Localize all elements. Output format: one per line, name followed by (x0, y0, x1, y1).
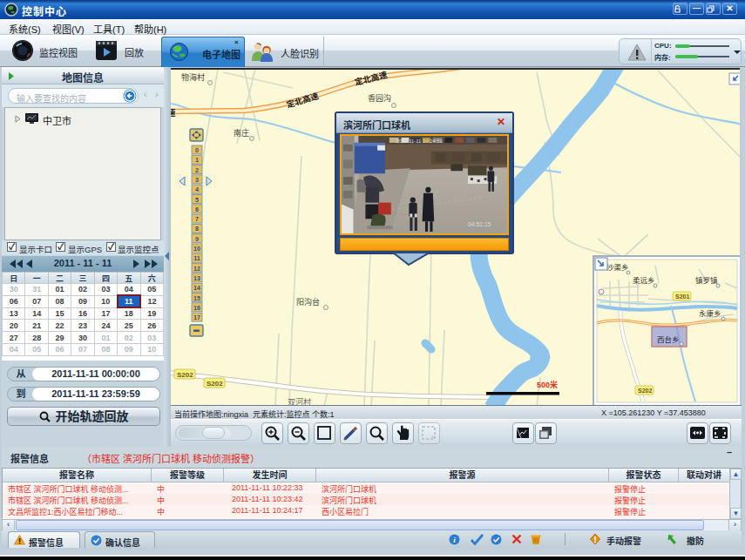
svg-text:西台乡: 西台乡 (657, 335, 680, 344)
svg-text:物海村: 物海村 (181, 72, 205, 82)
svg-text:16: 16 (193, 305, 200, 311)
svg-text:500米: 500米 (537, 380, 558, 389)
svg-text:11: 11 (193, 255, 200, 261)
svg-text:9: 9 (195, 236, 199, 242)
svg-text:17: 17 (193, 314, 200, 320)
svg-text:柔远乡: 柔远乡 (633, 276, 655, 285)
svg-text:S202: S202 (177, 371, 193, 379)
svg-text:镇罗镇: 镇罗镇 (695, 276, 718, 285)
svg-text:10: 10 (193, 246, 200, 252)
svg-text:12: 12 (193, 266, 200, 272)
svg-text:13: 13 (193, 275, 200, 281)
svg-text:3: 3 (195, 177, 199, 183)
svg-text:南庄: 南庄 (234, 128, 249, 138)
svg-text:阳沟台: 阳沟台 (296, 297, 320, 307)
svg-text:15: 15 (193, 295, 200, 301)
svg-text:沙渠乡: 沙渠乡 (606, 263, 629, 272)
svg-text:永康乡: 永康乡 (699, 309, 721, 318)
svg-text:04:51:15: 04:51:15 (468, 221, 491, 227)
svg-text:S201: S201 (675, 293, 689, 300)
svg-text:2: 2 (195, 167, 199, 173)
svg-text:0: 0 (195, 147, 199, 153)
svg-text:5: 5 (195, 197, 199, 203)
svg-text:速: 速 (171, 108, 176, 118)
svg-text:6: 6 (195, 206, 199, 213)
svg-text:4: 4 (195, 186, 199, 192)
svg-text:7: 7 (195, 216, 199, 222)
svg-text:14: 14 (193, 285, 200, 291)
svg-text:1: 1 (195, 157, 199, 163)
svg-text:S202: S202 (638, 388, 652, 394)
svg-text:2011-11-11 10:24:51: 2011-11-11 10:24:51 (396, 138, 443, 144)
svg-text:S202: S202 (207, 380, 223, 388)
svg-text:8: 8 (195, 226, 199, 232)
svg-text:香园沟: 香园沟 (368, 93, 391, 103)
